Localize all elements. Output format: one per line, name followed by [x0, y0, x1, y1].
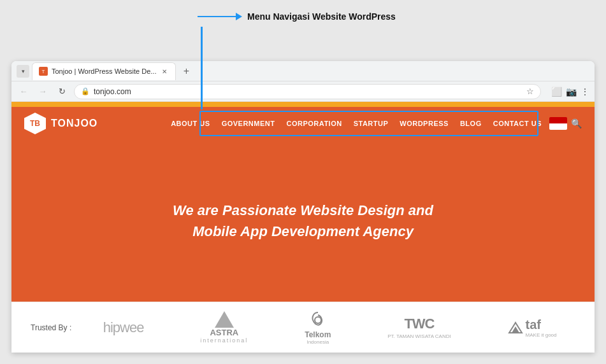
tab-title: Tonjoo | WordPress Website De...	[52, 67, 156, 75]
tab-favicon: T	[39, 67, 48, 76]
back-button[interactable]: ←	[17, 85, 31, 99]
annotation-text: Menu Navigasi Website WordPress	[247, 11, 396, 22]
taf-name: taf	[526, 318, 557, 332]
nav-item-contact[interactable]: CONTACT US	[493, 120, 542, 127]
screenshot-icon[interactable]: 📷	[566, 87, 577, 97]
hero-line1: We are Passionate Website Design and	[173, 202, 433, 218]
browser-actions: ⬜ 📷 ⋮	[551, 87, 589, 97]
telkom-name: Telkom	[305, 330, 331, 339]
hero-text: We are Passionate Website Design and Mob…	[173, 200, 433, 242]
twc-sub: PT. TAMAN WISATA CANDI	[387, 333, 451, 339]
hero-line2: Mobile App Development Agency	[192, 223, 414, 239]
browser-dropdown[interactable]: ▾	[17, 65, 29, 78]
nav-item-blog[interactable]: BLOG	[460, 120, 482, 127]
address-bar-icons: ☆	[526, 87, 534, 96]
telkom-logo: Telkom Indonesia	[305, 310, 331, 345]
tab-area: T Tonjoo | WordPress Website De... ✕ +	[32, 62, 194, 80]
nav-item-government[interactable]: GOVERNMENT	[222, 120, 275, 127]
extensions-icon[interactable]: ⬜	[551, 87, 562, 97]
browser-window: ▾ T Tonjoo | WordPress Website De... ✕ +…	[11, 61, 595, 353]
telkom-bird-icon	[308, 310, 328, 330]
nav-item-wordpress[interactable]: WORDPRESS	[400, 120, 449, 127]
annotation-container: Menu Navigasi Website WordPress	[198, 11, 396, 22]
nav-header: TB TONJOO ABOUT US GOVERNMENT CORPORATIO…	[11, 107, 595, 140]
language-flag[interactable]	[549, 117, 567, 130]
svg-point-0	[315, 317, 321, 323]
nav-item-corporation[interactable]: CORPORATION	[286, 120, 342, 127]
address-bar-row: ← → ↻ 🔒 tonjoo.com ☆ ⬜ 📷 ⋮	[11, 81, 595, 102]
logos-row: hipwee ASTRA international Telkom Indone…	[84, 310, 575, 345]
nav-menu: ABOUT US GOVERNMENT CORPORATION STARTUP …	[171, 120, 542, 127]
annotation-arrow	[198, 13, 242, 20]
astra-sub: international	[200, 337, 248, 344]
nav-item-startup[interactable]: STARTUP	[354, 120, 389, 127]
address-bar[interactable]: 🔒 tonjoo.com ☆	[74, 84, 541, 99]
hipwee-logo: hipwee	[103, 319, 144, 336]
taf-logo: taf MAKE it good	[508, 318, 557, 338]
taf-text-block: taf MAKE it good	[526, 318, 557, 338]
reload-button[interactable]: ↻	[55, 85, 69, 99]
website-content: TB TONJOO ABOUT US GOVERNMENT CORPORATIO…	[11, 102, 595, 353]
bookmark-icon[interactable]: ☆	[526, 87, 534, 96]
forward-button[interactable]: →	[36, 85, 50, 99]
flag-red-stripe	[549, 117, 567, 123]
nav-item-about[interactable]: ABOUT US	[171, 120, 210, 127]
annotation-arrowhead	[236, 13, 242, 20]
browser-controls: ▾	[17, 65, 29, 78]
bracket-line	[201, 27, 203, 109]
trusted-label: Trusted By :	[31, 323, 71, 332]
flag-white-stripe	[549, 123, 567, 130]
active-tab[interactable]: T Tonjoo | WordPress Website De... ✕	[32, 62, 176, 80]
trusted-bar: Trusted By : hipwee ASTRA international	[11, 302, 595, 353]
astra-triangle-icon	[215, 311, 234, 328]
browser-tab-bar: ▾ T Tonjoo | WordPress Website De... ✕ +	[11, 61, 595, 81]
telkom-sub: Indonesia	[307, 339, 329, 345]
taf-sub: MAKE it good	[526, 332, 557, 338]
logo-text: TONJOO	[51, 118, 97, 129]
logo-icon: TB	[24, 113, 46, 134]
search-icon[interactable]: 🔍	[571, 118, 582, 129]
astra-logo: ASTRA international	[200, 311, 248, 344]
tab-close-button[interactable]: ✕	[160, 67, 169, 76]
url-text: tonjoo.com	[94, 87, 526, 96]
twc-text: TWC	[404, 316, 434, 332]
hipwee-text: hipwee	[103, 319, 144, 336]
twc-logo: TWC PT. TAMAN WISATA CANDI	[387, 316, 451, 339]
site-logo[interactable]: TB TONJOO	[24, 113, 97, 134]
taf-triangle-icon	[508, 321, 523, 334]
annotation-line	[198, 16, 236, 17]
menu-icon[interactable]: ⋮	[581, 87, 589, 97]
hero-section: We are Passionate Website Design and Mob…	[11, 140, 595, 302]
new-tab-button[interactable]: +	[178, 64, 194, 79]
lock-icon: 🔒	[81, 87, 90, 95]
astra-name: ASTRA	[210, 328, 238, 337]
top-amber-bar	[11, 102, 595, 107]
